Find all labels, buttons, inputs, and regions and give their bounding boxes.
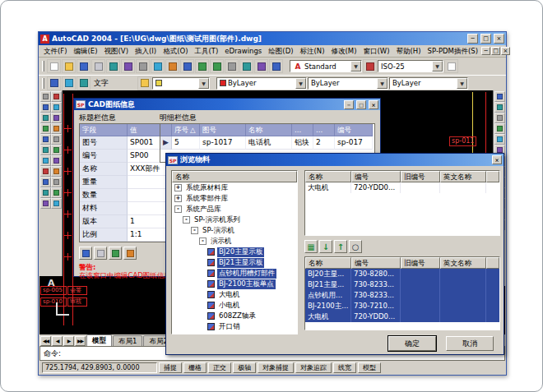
list-cell[interactable]: 720-YDD0... (351, 311, 401, 322)
dim-style-manager-icon[interactable] (363, 59, 377, 73)
list-cell[interactable]: 730-8233... (351, 279, 401, 290)
column-header-drawingno[interactable]: 图号 (200, 124, 246, 136)
tree-node-label[interactable]: 开口销 (217, 322, 242, 332)
menu-item-format[interactable]: 格式(O) (160, 46, 191, 57)
publish-icon[interactable] (121, 59, 135, 73)
toolbar-grip[interactable] (42, 61, 44, 71)
show-all-icon[interactable]: ▦ (304, 240, 318, 253)
tab-first-icon[interactable]: ◀◀ (40, 336, 51, 346)
column-header-engname[interactable]: 英文名称 (440, 171, 486, 182)
erase-icon[interactable] (51, 91, 62, 102)
list-cell[interactable]: 大电机 (305, 182, 351, 193)
dialog-maximize-button[interactable]: □ (356, 100, 366, 109)
tree-leaf[interactable]: 大电机 (172, 289, 297, 300)
list-cell[interactable] (401, 279, 440, 290)
detail-cell[interactable]: 电话机 (246, 136, 292, 150)
properties-icon[interactable] (254, 59, 268, 73)
tab-next-icon[interactable]: ▶ (63, 336, 74, 346)
column-header-oldcode[interactable]: 旧编号 (401, 171, 440, 182)
collapse-icon[interactable]: - (199, 238, 207, 245)
stretch-icon[interactable] (51, 177, 62, 187)
remove-from-selection-icon[interactable]: ↑ (334, 240, 347, 253)
expand-icon[interactable]: + (174, 184, 182, 191)
scale-icon[interactable] (51, 166, 62, 177)
tree-node-label[interactable]: 608ZZ轴承 (217, 311, 258, 321)
detail-cell[interactable]: 5 (172, 136, 200, 150)
column-header-misc1[interactable]: ... (292, 124, 313, 136)
list-cell[interactable]: 720-YDD0... (351, 182, 401, 193)
tree-node-label[interactable]: BJ20主显示板 (217, 247, 264, 257)
minimize-button[interactable]: ─ (467, 34, 478, 44)
chevron-down-icon[interactable]: ▼ (377, 78, 388, 89)
snap-toggle[interactable]: 捕捉 (159, 362, 182, 373)
window-titlebar[interactable]: A AutoCAD 2004 - [E:\UG\dwg\图纸\测试用图(部件).… (39, 32, 506, 45)
list-cell[interactable] (401, 290, 440, 301)
paste-icon[interactable] (165, 59, 179, 73)
arc-icon[interactable] (40, 145, 51, 155)
model-toggle[interactable]: 模型 (358, 362, 381, 373)
tree-node[interactable]: -演示机 (172, 236, 297, 247)
insert-block-icon[interactable] (40, 198, 51, 209)
mdi-close-button[interactable]: × (501, 47, 510, 55)
column-header-name[interactable]: 名称 (246, 124, 292, 136)
detail-cell[interactable]: sp-1017 (200, 136, 246, 150)
tree-node-label[interactable]: SP-演示机 (201, 226, 236, 236)
tree-node-label[interactable]: BJ-2100主板单点 (217, 279, 276, 289)
list-item[interactable]: BJ21主显... 730-8233... (305, 279, 499, 290)
dialog-close-button[interactable]: × (369, 100, 378, 109)
construction-line-icon[interactable] (40, 102, 51, 113)
redo-icon[interactable] (210, 59, 224, 73)
mdi-minimize-button[interactable]: ─ (481, 47, 490, 55)
menu-item-insert[interactable]: 插入(I) (132, 46, 160, 57)
menu-item-view[interactable]: 视图(V) (101, 46, 132, 57)
linetype-combo[interactable]: ByLayer ▼ (308, 77, 388, 90)
tree-leaf[interactable]: BJ-2100主板单点 (172, 279, 297, 289)
dim-linear-icon[interactable] (494, 91, 505, 102)
tree-leaf[interactable]: BJ21主显示板 (172, 257, 297, 268)
circle-icon[interactable] (40, 155, 51, 166)
line-icon[interactable] (40, 91, 51, 102)
dim-aligned-icon[interactable] (494, 102, 505, 113)
move-icon[interactable] (51, 145, 62, 155)
detail-cell[interactable]: 铝块 (292, 136, 313, 150)
dialog-minimize-button[interactable]: ─ (344, 100, 354, 109)
collapse-icon[interactable]: - (183, 216, 190, 224)
ellipse-icon[interactable] (40, 187, 51, 198)
list-cell[interactable]: 730-8280... (351, 269, 401, 279)
list-cell[interactable] (440, 290, 486, 301)
dim-style-combo[interactable]: ISO-25 ▼ (378, 60, 443, 72)
tree-node[interactable]: -系统产品库 (172, 204, 297, 214)
collapse-icon[interactable]: - (174, 205, 182, 213)
dialog-close-button[interactable]: × (492, 155, 502, 164)
plot-icon[interactable] (91, 59, 105, 73)
list-cell[interactable] (401, 182, 440, 193)
detail-cell[interactable]: sp-017 (335, 136, 373, 150)
list-cell[interactable]: 大电机 (305, 311, 351, 322)
maximize-button[interactable]: □ (480, 34, 491, 44)
menu-item-edit[interactable]: 编辑(E) (71, 46, 101, 57)
list-cell[interactable] (440, 182, 486, 193)
chevron-down-icon[interactable]: ▼ (295, 78, 306, 89)
tab-last-icon[interactable]: ▶▶ (75, 336, 86, 346)
column-header-name[interactable]: 名称 (305, 257, 351, 269)
search-icon[interactable]: ○ (349, 240, 362, 253)
list-item[interactable]: BJ20主显... 730-8280... (305, 269, 499, 279)
tree-node[interactable]: +系统零部件库 (172, 193, 297, 204)
print-info-icon[interactable] (94, 247, 107, 260)
polar-toggle[interactable]: 极轴 (233, 362, 256, 373)
cut-icon[interactable] (136, 59, 150, 73)
menu-item-window[interactable]: 窗口(W) (360, 46, 392, 57)
trim-icon[interactable] (51, 187, 62, 198)
ortho-toggle[interactable]: 正交 (208, 362, 231, 373)
tree-node-label[interactable]: BJ21主显示板 (217, 258, 264, 268)
column-header-misc2[interactable]: ... (313, 124, 335, 136)
menu-item-help[interactable]: 帮助(H) (393, 46, 425, 57)
dim-ordinate-icon[interactable] (494, 113, 505, 123)
list-cell[interactable]: 点钞机用... (305, 290, 351, 301)
tree-node-label[interactable]: 系统产品库 (184, 205, 223, 214)
ok-button[interactable]: 确定 (388, 336, 436, 351)
rotate-icon[interactable] (51, 155, 62, 166)
tree-node-label[interactable]: 点钞机用槽灯部件 (217, 269, 276, 279)
rectangle-icon[interactable] (40, 134, 51, 145)
list-item[interactable]: 点钞机用... 730-8233... (305, 290, 499, 301)
